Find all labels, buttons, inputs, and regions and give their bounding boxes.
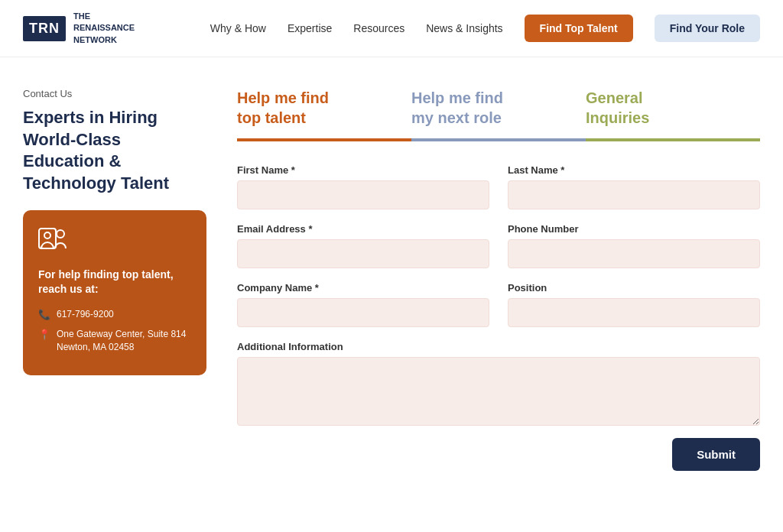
logo-acronym: TRN bbox=[23, 16, 66, 41]
nav-expertise[interactable]: Expertise bbox=[288, 22, 332, 34]
svg-point-1 bbox=[44, 232, 50, 238]
phone-input[interactable] bbox=[508, 239, 760, 268]
last-name-label: Last Name * bbox=[508, 164, 760, 176]
company-input[interactable] bbox=[237, 298, 489, 327]
nav-resources[interactable]: Resources bbox=[353, 22, 404, 34]
contact-form: First Name * Last Name * Email Address *… bbox=[237, 164, 760, 471]
additional-info-label: Additional Information bbox=[237, 341, 760, 352]
find-your-role-button[interactable]: Find Your Role bbox=[655, 15, 760, 42]
last-name-input[interactable] bbox=[508, 180, 760, 209]
email-group: Email Address * bbox=[237, 223, 489, 268]
contact-us-label: Contact Us bbox=[23, 88, 206, 99]
email-label: Email Address * bbox=[237, 223, 489, 235]
location-icon: 📍 bbox=[38, 328, 50, 342]
submit-row: Submit bbox=[237, 438, 760, 471]
tab-find-role[interactable]: Help me find my next role bbox=[411, 88, 586, 141]
main-content: Contact Us Experts in Hiring World-Class… bbox=[0, 57, 783, 494]
position-input[interactable] bbox=[508, 298, 760, 327]
first-name-label: First Name * bbox=[237, 164, 489, 176]
logo-text: THE RENAISSANCE NETWORK bbox=[73, 11, 135, 46]
find-top-talent-button[interactable]: Find Top Talent bbox=[525, 15, 633, 42]
site-header: TRN THE RENAISSANCE NETWORK Why & How Ex… bbox=[0, 0, 783, 57]
additional-info-textarea[interactable] bbox=[237, 357, 760, 426]
phone-group: Phone Number bbox=[508, 223, 760, 268]
tab-find-talent[interactable]: Help me find top talent bbox=[237, 88, 411, 141]
sidebar: Contact Us Experts in Hiring World-Class… bbox=[23, 88, 206, 471]
address-text: One Gateway Center, Suite 814 Newton, MA… bbox=[57, 328, 191, 354]
info-card-icon bbox=[38, 225, 191, 258]
phone-number: 617-796-9200 bbox=[57, 308, 114, 321]
info-card: For help finding top talent, reach us at… bbox=[23, 210, 206, 375]
phone-icon: 📞 bbox=[38, 308, 50, 322]
position-label: Position bbox=[508, 282, 760, 294]
first-name-group: First Name * bbox=[237, 164, 489, 209]
email-input[interactable] bbox=[237, 239, 489, 268]
position-group: Position bbox=[508, 282, 760, 327]
address-detail: 📍 One Gateway Center, Suite 814 Newton, … bbox=[38, 328, 191, 354]
additional-info-group: Additional Information bbox=[237, 341, 760, 426]
form-area: Help me find top talent Help me find my … bbox=[237, 88, 760, 471]
company-label: Company Name * bbox=[237, 282, 489, 294]
last-name-group: Last Name * bbox=[508, 164, 760, 209]
form-tabs: Help me find top talent Help me find my … bbox=[237, 88, 760, 141]
tab-general-inquiries[interactable]: General Inquiries bbox=[586, 88, 760, 141]
sidebar-heading: Experts in Hiring World-Class Education … bbox=[23, 107, 206, 194]
first-name-input[interactable] bbox=[237, 180, 489, 209]
nav-why-how[interactable]: Why & How bbox=[210, 22, 266, 34]
phone-detail: 📞 617-796-9200 bbox=[38, 308, 191, 322]
main-nav: Why & How Expertise Resources News & Ins… bbox=[210, 15, 760, 42]
submit-button[interactable]: Submit bbox=[672, 438, 760, 471]
phone-label: Phone Number bbox=[508, 223, 760, 235]
company-group: Company Name * bbox=[237, 282, 489, 327]
info-card-title: For help finding top talent, reach us at… bbox=[38, 268, 191, 297]
logo: TRN THE RENAISSANCE NETWORK bbox=[23, 11, 135, 46]
form-grid: First Name * Last Name * Email Address *… bbox=[237, 164, 760, 426]
nav-news-insights[interactable]: News & Insights bbox=[426, 22, 502, 34]
svg-point-2 bbox=[57, 230, 64, 238]
